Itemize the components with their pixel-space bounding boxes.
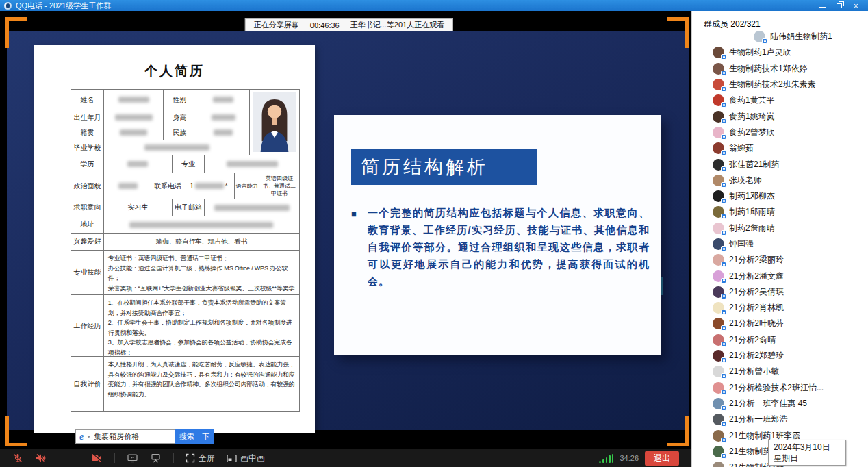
restore-icon[interactable] — [837, 3, 842, 8]
member-name: 张瑛老师 — [729, 175, 762, 186]
value-gender — [196, 90, 251, 110]
member-avatar — [713, 350, 724, 362]
member-row[interactable]: 21分析2俞晴 — [692, 332, 868, 348]
member-row[interactable]: 制药1邓柳杰 — [692, 188, 868, 204]
value-work: 1、在校期间担任本系外联部干事，负责本系活动所需赞助的文案策划，并对接赞助商合作… — [104, 295, 300, 357]
label-language: 语言能力 — [235, 173, 259, 199]
member-row[interactable]: 21分析2吴倩琪 — [692, 284, 868, 300]
call-duration: 34:26 — [620, 454, 639, 462]
member-name: 21分析2吴倩琪 — [729, 286, 784, 298]
resume-photo — [249, 89, 300, 155]
speaker-muted-icon[interactable] — [35, 453, 47, 464]
member-avatar — [713, 382, 724, 394]
value-address — [104, 216, 300, 233]
member-row[interactable]: 钟国强 — [692, 236, 868, 252]
resume-title: 个人简历 — [34, 62, 315, 80]
member-avatar — [713, 190, 724, 202]
member-row[interactable]: 食药1黄芸平 — [692, 92, 868, 108]
member-row[interactable]: 生物制药技术1郑依婷 — [692, 61, 868, 77]
member-row[interactable]: 食药2曾梦欣 — [692, 125, 868, 140]
member-row[interactable]: 21分析一班李佳惠 45 — [692, 396, 868, 412]
member-avatar — [713, 47, 724, 58]
mic-muted-icon[interactable] — [12, 453, 23, 464]
member-row[interactable]: 生物制药技术2班朱素素 — [692, 77, 868, 92]
camera-muted-icon[interactable] — [90, 453, 103, 464]
label-skills: 专业技能 — [71, 251, 104, 295]
member-row[interactable]: 21分析2梁丽玲 — [692, 252, 868, 268]
member-row[interactable]: 张瑛老师 — [692, 173, 868, 188]
sharing-status-banner: 正在分享屏幕 00:46:36 王华书记...等201人正在观看 — [245, 18, 453, 31]
toolbar-divider — [114, 453, 115, 463]
member-name: 21分析2潘文鑫 — [729, 270, 784, 282]
member-row[interactable]: 21分析曾小敏 — [692, 364, 868, 379]
exit-button[interactable]: 退出 — [645, 451, 679, 466]
search-query: 集装箱房价格 — [94, 431, 139, 442]
member-avatar — [713, 286, 724, 298]
pip-button[interactable]: 画中画 — [227, 453, 265, 464]
table-row: 工作经历 1、在校期间担任本系外联部干事，负责本系活动所需赞助的文案策划，并对接… — [71, 295, 300, 357]
in-call-badge-icon — [721, 230, 726, 236]
ie-browser-icon: e — [79, 431, 84, 442]
member-row[interactable]: 21分析2叶晓芬 — [692, 316, 868, 331]
label-name: 姓名 — [71, 90, 104, 110]
value-hobby: 瑜伽、骑自行车、玩吉他、看书 — [104, 233, 300, 251]
title-bar: QQ电话 - 2021级学生工作群 × — [0, 0, 868, 11]
in-call-badge-icon — [721, 278, 726, 283]
member-avatar — [713, 446, 724, 457]
member-row[interactable]: 生物制药1卢灵欣 — [692, 45, 868, 60]
member-row[interactable]: 制药2詹雨晴 — [692, 220, 868, 236]
member-avatar — [713, 223, 724, 234]
whiteboard-icon[interactable] — [150, 453, 162, 464]
member-row[interactable]: 翁婉茹 — [692, 140, 868, 156]
value-intention: 实习生 — [104, 199, 173, 216]
shared-screen-stage: 正在分享屏幕 00:46:36 王华书记...等201人正在观看 个人简历 姓名… — [0, 11, 691, 449]
in-call-badge-icon — [721, 357, 726, 363]
label-gender: 性别 — [164, 90, 196, 110]
member-row[interactable]: 21分析2郑碧珍 — [692, 348, 868, 364]
label-ethnic: 民族 — [164, 125, 196, 140]
window-title: QQ电话 - 2021级学生工作群 — [16, 1, 111, 11]
member-name: 生物制药技术1郑依婷 — [729, 63, 808, 75]
in-call-badge-icon — [721, 421, 726, 427]
value-ethnic — [196, 125, 251, 140]
in-call-badge-icon — [721, 325, 726, 331]
fullscreen-button[interactable]: 全屏 — [186, 453, 215, 464]
resume-paper: 个人简历 姓名 性别 出生年月 身高 籍贯 民族 — [34, 45, 315, 433]
in-call-badge-icon — [721, 405, 726, 411]
member-name: 21分析一班李佳惠 45 — [729, 398, 807, 409]
sharing-elapsed-time: 00:46:36 — [310, 21, 340, 29]
member-row[interactable]: 21分析2肖林凯 — [692, 300, 868, 316]
capture-corner-top-left — [5, 17, 27, 48]
chevron-down-icon[interactable]: ▼ — [86, 434, 91, 439]
call-toolbar: 全屏 画中画 34:26 退出 — [0, 449, 691, 467]
member-name: 食药1黄芸平 — [729, 94, 775, 106]
table-row: 学历 专业 — [71, 155, 300, 173]
member-row[interactable]: 食药1姚琦岚 — [692, 108, 868, 124]
member-name: 生物制药技术2班朱素素 — [729, 79, 816, 90]
member-row[interactable]: 陆伟娟生物制药1 — [692, 29, 868, 45]
in-call-badge-icon — [721, 182, 726, 188]
member-avatar — [713, 366, 724, 377]
capture-corner-bottom-right — [667, 416, 689, 446]
in-call-badge-icon — [721, 438, 726, 443]
value-major — [205, 155, 300, 173]
close-icon[interactable]: × — [853, 2, 858, 10]
member-row[interactable]: 张佳茵21制药 — [692, 156, 868, 172]
search-input[interactable]: e ▼ 集装箱房价格 — [75, 429, 175, 444]
label-email: 电子邮箱 — [173, 199, 205, 216]
search-button[interactable]: 搜索一下 — [175, 429, 214, 444]
member-row[interactable]: 制药1邱雨晴 — [692, 204, 868, 220]
member-row[interactable]: 21分析2潘文鑫 — [692, 268, 868, 283]
member-avatar — [713, 127, 724, 138]
member-row[interactable]: 21分析一班郑浩 — [692, 412, 868, 427]
member-avatar — [713, 318, 724, 329]
label-address: 地址 — [71, 216, 104, 233]
slide-paragraph: 一个完整的简历结构应包括标题与个人信息、求职意向、教育背景、工作经历/实习经历、… — [368, 207, 650, 287]
value-name — [104, 90, 164, 110]
screen-share-icon[interactable] — [127, 453, 138, 464]
desktop-search-bar: e ▼ 集装箱房价格 搜索一下 — [75, 429, 214, 444]
member-row[interactable]: 21分析检验技术2班江怡... — [692, 380, 868, 396]
minimize-icon[interactable] — [819, 3, 826, 8]
slide-content-panel: 简历结构解析 ■ 一个完整的简历结构应包括标题与个人信息、求职意向、教育背景、工… — [334, 115, 661, 355]
member-avatar — [713, 270, 724, 282]
